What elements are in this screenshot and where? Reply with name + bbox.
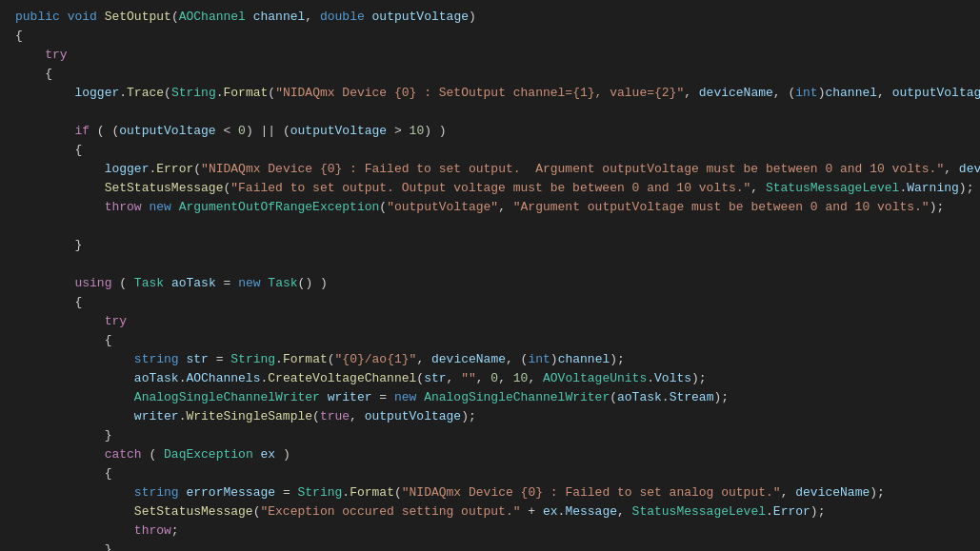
- code-line-7: if ( (outputVoltage < 0) || (outputVolta…: [0, 122, 980, 141]
- code-line-11: throw new ArgumentOutOfRangeException("o…: [0, 198, 980, 217]
- code-line-23: }: [0, 426, 980, 445]
- code-line-17: try: [0, 312, 980, 331]
- code-line-1: public void SetOutput(AOChannel channel,…: [0, 8, 980, 27]
- code-line-18: {: [0, 331, 980, 350]
- code-line-19: string str = String.Format("{0}/ao{1}", …: [0, 350, 980, 369]
- code-line-3: try: [0, 46, 980, 65]
- code-line-21: AnalogSingleChannelWriter writer = new A…: [0, 388, 980, 407]
- code-line-15: using ( Task aoTask = new Task() ): [0, 274, 980, 293]
- code-line-16: {: [0, 293, 980, 312]
- code-line-5: logger.Trace(String.Format("NIDAQmx Devi…: [0, 84, 980, 103]
- code-line-22: writer.WriteSingleSample(true, outputVol…: [0, 407, 980, 426]
- code-line-13: }: [0, 236, 980, 255]
- code-line-28: throw;: [0, 521, 980, 541]
- code-line-24: catch ( DaqException ex ): [0, 445, 980, 464]
- code-line-2: {: [0, 27, 980, 46]
- code-line-8: {: [0, 141, 980, 160]
- code-line-14: [0, 255, 980, 274]
- code-line-9: logger.Error("NIDAQmx Device {0} : Faile…: [0, 160, 980, 179]
- code-line-29: }: [0, 541, 980, 551]
- code-line-25: {: [0, 464, 980, 483]
- code-line-26: string errorMessage = String.Format("NID…: [0, 483, 980, 502]
- code-editor: public void SetOutput(AOChannel channel,…: [0, 0, 980, 551]
- code-line-12: [0, 217, 980, 236]
- code-line-20: aoTask.AOChannels.CreateVoltageChannel(s…: [0, 369, 980, 388]
- code-line-10: SetStatusMessage("Failed to set output. …: [0, 179, 980, 198]
- code-line-4: {: [0, 65, 980, 84]
- code-line-27: SetStatusMessage("Exception occured sett…: [0, 502, 980, 521]
- code-line-6: [0, 103, 980, 122]
